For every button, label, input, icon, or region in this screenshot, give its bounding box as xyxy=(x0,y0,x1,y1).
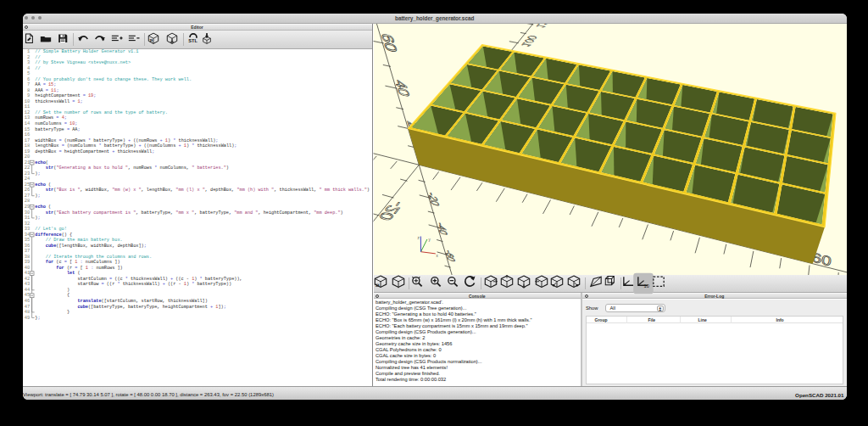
svg-text:STL: STL xyxy=(188,38,198,43)
svg-text:-40: -40 xyxy=(435,221,450,237)
svg-text:»: » xyxy=(149,36,153,44)
svg-text:-20: -20 xyxy=(425,191,442,207)
svg-text:-60: -60 xyxy=(443,249,458,262)
svg-text:-20: -20 xyxy=(376,199,407,222)
svg-text:»: » xyxy=(376,281,380,289)
svg-text:-40: -40 xyxy=(370,236,378,261)
svg-text:z: z xyxy=(418,236,420,240)
svg-text:60: 60 xyxy=(378,32,402,53)
svg-text:x: x xyxy=(437,254,439,258)
svg-text:10: 10 xyxy=(644,283,649,289)
svg-text:40: 40 xyxy=(392,79,414,98)
svg-text:y: y xyxy=(429,238,431,242)
svg-text:120: 120 xyxy=(534,24,554,29)
